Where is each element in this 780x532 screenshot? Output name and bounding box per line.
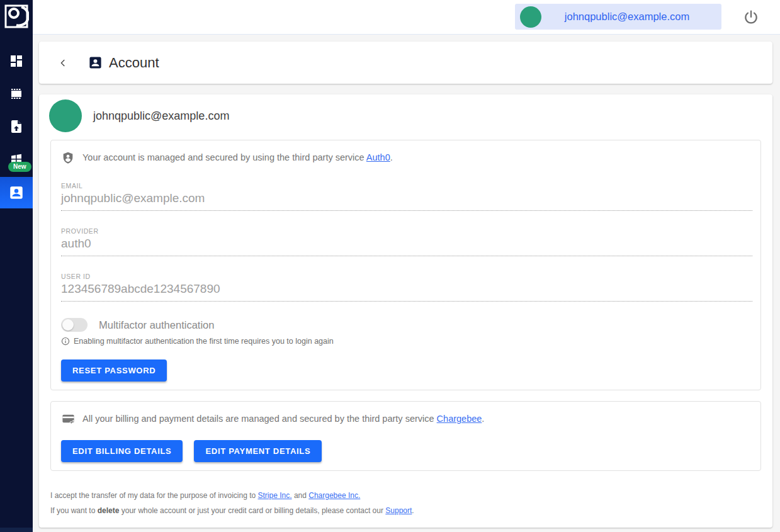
auth-notice-suffix: . — [390, 152, 393, 162]
chevron-left-icon — [57, 57, 69, 69]
user-account-chip[interactable]: johnqpublic@example.com — [515, 4, 721, 30]
logout-button[interactable] — [742, 9, 760, 26]
email-field: EMAIL johnqpublic@example.com — [61, 182, 752, 211]
account-icon — [8, 184, 25, 201]
file-upload-icon — [9, 119, 24, 134]
sidebar-item-selection[interactable] — [0, 78, 33, 110]
mfa-toggle[interactable] — [61, 318, 88, 332]
sidebar-bottom-strip — [0, 528, 33, 532]
legal-footer: I accept the transfer of my data for the… — [50, 491, 414, 521]
auth-section: Your account is managed and secured by u… — [50, 140, 761, 390]
power-icon — [743, 9, 759, 26]
mfa-row: Multifactor authentication — [61, 318, 750, 332]
legal-line-1: I accept the transfer of my data for the… — [50, 491, 414, 500]
auth-notice-text: Your account is managed and secured by u… — [82, 150, 393, 162]
brand-logo-icon — [4, 4, 29, 29]
provider-label: PROVIDER — [61, 227, 752, 235]
legal-line1-mid: and — [292, 491, 309, 500]
userid-label: USER ID — [61, 273, 752, 280]
legal-line1-text: I accept the transfer of my data for the… — [50, 491, 258, 500]
mfa-hint: Enabling multifactor authentication the … — [74, 337, 334, 346]
chargebee-inc-link[interactable]: Chargebee Inc. — [308, 491, 360, 500]
edit-billing-button[interactable]: EDIT BILLING DETAILS — [61, 440, 183, 462]
credit-card-check-icon — [61, 412, 76, 426]
chargebee-link[interactable]: Chargebee — [437, 414, 482, 424]
billing-notice: All your billing and payment details are… — [61, 412, 750, 426]
stripe-link[interactable]: Stripe Inc. — [258, 491, 292, 500]
auth0-link[interactable]: Auth0 — [366, 152, 390, 162]
new-badge: New — [8, 162, 31, 172]
auth-notice: Your account is managed and secured by u… — [61, 150, 750, 166]
userid-field: USER ID 123456789abcde1234567890 — [61, 273, 752, 302]
brand-logo[interactable] — [3, 3, 30, 30]
sidebar-item-account[interactable] — [0, 177, 33, 208]
mfa-hint-row: Enabling multifactor authentication the … — [61, 337, 750, 346]
billing-notice-prefix: All your billing and payment details are… — [82, 414, 437, 424]
account-title-icon — [88, 55, 103, 70]
selection-icon — [9, 86, 24, 101]
legal-line-2: If you want to delete your whole account… — [50, 506, 414, 515]
profile-email: johnqpublic@example.com — [93, 110, 229, 123]
legal-line2-suffix: . — [412, 506, 414, 515]
user-email: johnqpublic@example.com — [541, 11, 713, 23]
sidebar: New — [0, 0, 33, 532]
billing-section: All your billing and payment details are… — [50, 401, 761, 471]
profile-row: johnqpublic@example.com — [49, 99, 229, 132]
dashboard-icon — [9, 54, 24, 69]
shield-person-icon — [61, 150, 76, 166]
legal-line2-text2: your whole account or just your credit c… — [119, 506, 385, 515]
edit-payment-button[interactable]: EDIT PAYMENT DETAILS — [194, 440, 322, 462]
sidebar-item-dashboard[interactable] — [0, 45, 33, 77]
userid-value: 123456789abcde1234567890 — [61, 282, 752, 302]
page-title: Account — [109, 55, 159, 71]
legal-line2-bold: delete — [98, 506, 120, 515]
page-header: Account — [39, 42, 772, 84]
avatar — [520, 6, 541, 28]
billing-buttons: EDIT BILLING DETAILS EDIT PAYMENT DETAIL… — [61, 440, 750, 462]
back-button[interactable] — [54, 54, 72, 72]
info-icon — [61, 337, 70, 346]
email-value: johnqpublic@example.com — [61, 191, 752, 211]
reset-password-button[interactable]: RESET PASSWORD — [61, 359, 167, 382]
auth-notice-prefix: Your account is managed and secured by u… — [82, 152, 366, 162]
mfa-toggle-thumb — [62, 319, 74, 331]
billing-notice-text: All your billing and payment details are… — [82, 412, 484, 424]
billing-notice-suffix: . — [482, 414, 484, 424]
support-link[interactable]: Support — [385, 506, 412, 515]
account-card: johnqpublic@example.com Your account is … — [39, 94, 772, 528]
provider-field: PROVIDER auth0 — [61, 227, 752, 256]
mfa-label: Multifactor authentication — [99, 319, 214, 331]
sidebar-item-upload[interactable] — [0, 111, 33, 142]
avatar-large — [49, 99, 82, 132]
legal-line2-text1: If you want to — [50, 506, 98, 515]
provider-value: auth0 — [61, 237, 752, 256]
topbar: johnqpublic@example.com — [33, 0, 780, 35]
email-label: EMAIL — [61, 182, 752, 190]
